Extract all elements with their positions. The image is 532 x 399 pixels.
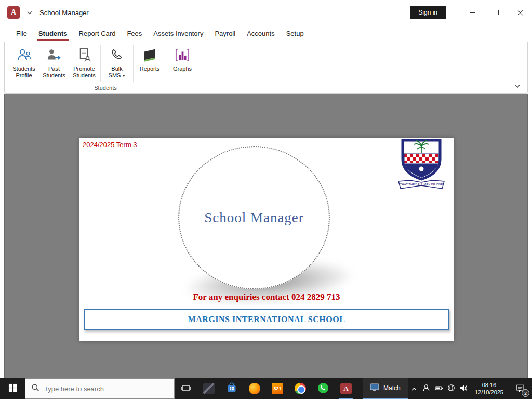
ribbon-separator: [166, 45, 166, 82]
graphs-button[interactable]: Graphs: [167, 43, 197, 84]
ribbon-collapse-button[interactable]: [514, 82, 521, 90]
reports-button[interactable]: Reports: [135, 43, 165, 84]
past-students-button[interactable]: Past Students: [39, 43, 69, 84]
taskbar-search[interactable]: [25, 378, 175, 399]
watermark-title: School Manager: [204, 210, 304, 226]
maximize-icon: [494, 10, 499, 15]
tray-expand-button[interactable]: [408, 378, 420, 399]
school-name: MARGINS INTERNATIONAL SCHOOL: [188, 315, 345, 324]
firefox-icon: [249, 383, 260, 394]
network-tray-button[interactable]: [445, 378, 458, 399]
network-globe-icon: [447, 384, 455, 393]
label-line-2: Students: [73, 72, 95, 78]
label-line-1: Graphs: [173, 65, 192, 72]
phone-icon: [110, 46, 124, 64]
menu-item-report-card[interactable]: Report Card: [73, 26, 122, 42]
windows-logo-icon: [8, 383, 17, 394]
contact-line: For any enquiries contact 024 2829 713: [79, 292, 454, 302]
menu-item-file[interactable]: File: [10, 26, 33, 42]
person-outline-icon: [16, 46, 32, 64]
person-arrow-icon: [46, 46, 62, 64]
search-input[interactable]: [44, 385, 168, 393]
title-bar: A School Manager Sign in: [0, 0, 532, 25]
clock-time: 08:16: [482, 381, 497, 389]
task-view-icon: [181, 383, 191, 394]
access-taskbar-button[interactable]: A: [335, 378, 357, 399]
menu-item-fees[interactable]: Fees: [121, 26, 148, 42]
dark-app-icon: [203, 383, 215, 394]
button-label: Reports: [140, 65, 160, 72]
access-icon: A: [340, 383, 352, 394]
pinned-app-button-1[interactable]: [197, 378, 220, 399]
application-window: A School Manager Sign in File Students R…: [0, 0, 532, 399]
button-label: Past Students: [43, 65, 65, 79]
button-label: Students Profile: [12, 65, 35, 79]
microsoft-store-icon: [226, 382, 237, 395]
close-button[interactable]: [508, 0, 532, 25]
crest-motto-text: THAT THEY ALL MAY BE ONE: [400, 183, 443, 186]
document-card: 2024/2025 Term 3: [79, 138, 454, 341]
menu-item-students[interactable]: Students: [33, 26, 73, 42]
access-app-icon: A: [7, 6, 20, 19]
firefox-button[interactable]: [243, 378, 266, 399]
label-line-1: Past: [48, 65, 60, 72]
quick-access-dropdown-icon[interactable]: [27, 11, 32, 15]
countdown-app-button[interactable]: 321: [266, 378, 289, 399]
microsoft-store-button[interactable]: [220, 378, 243, 399]
label-line-1: Bulk: [111, 65, 122, 72]
menu-item-payroll[interactable]: Payroll: [209, 26, 241, 42]
students-profile-button[interactable]: Students Profile: [9, 43, 39, 84]
main-content: 2024/2025 Term 3: [4, 94, 528, 378]
minimize-button[interactable]: [460, 0, 484, 25]
task-view-button[interactable]: [175, 378, 197, 399]
person-tray-icon: [422, 384, 430, 393]
watermark-circle: School Manager: [178, 146, 330, 289]
chrome-button[interactable]: [289, 378, 312, 399]
match-window-button[interactable]: Match: [363, 378, 408, 399]
menu-item-setup[interactable]: Setup: [281, 26, 310, 42]
notification-badge: 2: [522, 389, 529, 397]
minimize-icon: [470, 12, 475, 12]
ribbon-group-students: Students Profile Past Students: [9, 43, 202, 93]
promote-students-button[interactable]: Promote Students: [69, 43, 99, 84]
battery-icon: [435, 385, 443, 393]
menu-bar: File Students Report Card Fees Assets In…: [0, 25, 532, 42]
ribbon-separator: [133, 45, 134, 82]
menu-item-accounts[interactable]: Accounts: [241, 26, 280, 42]
label-line-1: Reports: [140, 65, 160, 72]
term-label: 2024/2025 Term 3: [83, 141, 137, 149]
window-title: School Manager: [39, 9, 89, 17]
chevron-down-icon: [514, 82, 521, 90]
volume-tray-button[interactable]: [458, 378, 470, 399]
ribbon-separator: [100, 45, 101, 82]
search-icon: [31, 383, 39, 394]
button-label: Bulk SMS: [109, 65, 126, 79]
action-center-button[interactable]: 2: [508, 378, 532, 399]
taskbar-clock[interactable]: 08:16 12/10/2025: [470, 378, 508, 399]
sign-in-button[interactable]: Sign in: [410, 6, 446, 19]
close-icon: [517, 9, 524, 16]
ribbon-group-label: Students: [9, 84, 202, 93]
school-crest-logo: THAT THEY ALL MAY BE ONE: [394, 139, 448, 193]
label-line-2: Profile: [16, 72, 32, 78]
volume-icon: [460, 384, 468, 393]
taskbar: 321 A Match: [0, 378, 532, 399]
maximize-button[interactable]: [484, 0, 508, 25]
label-line-1: Promote: [73, 65, 95, 72]
countdown-321-icon: 321: [272, 383, 283, 394]
school-name-box: MARGINS INTERNATIONAL SCHOOL: [84, 309, 449, 330]
button-label: Graphs: [173, 65, 192, 72]
ribbon: Students Profile Past Students: [4, 42, 528, 94]
whatsapp-button[interactable]: [312, 378, 335, 399]
chevron-up-icon: [411, 385, 417, 393]
battery-tray-button[interactable]: [433, 378, 445, 399]
whatsapp-icon: [317, 382, 329, 395]
dropdown-arrow-icon: [122, 75, 125, 77]
bar-graph-icon: [175, 46, 190, 64]
start-button[interactable]: [0, 378, 25, 399]
user-tray-button[interactable]: [420, 378, 433, 399]
menu-item-assets-inventory[interactable]: Assets Inventory: [148, 26, 209, 42]
bulk-sms-button[interactable]: Bulk SMS: [102, 43, 132, 84]
clock-date: 12/10/2025: [475, 389, 503, 396]
label-line-1: Students: [12, 65, 35, 72]
